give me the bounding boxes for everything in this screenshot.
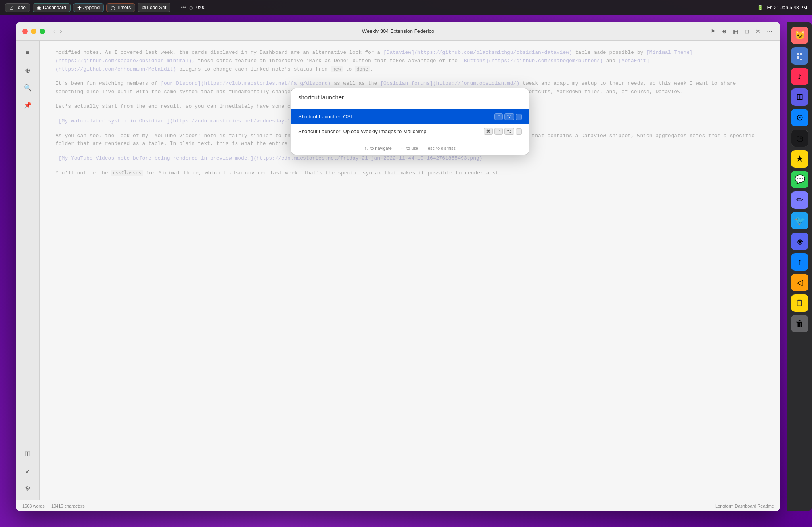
hint-navigate: ↑↓ to navigate — [364, 145, 392, 151]
right-sidebar-icon-music[interactable]: ♪ — [791, 68, 808, 85]
toolbar-button-dashboard[interactable]: ◉ Dashboard — [33, 3, 71, 12]
minimize-button[interactable] — [31, 29, 36, 34]
layout-icon[interactable]: ▦ — [732, 27, 740, 36]
timers-icon: ◷ — [111, 5, 115, 11]
main-window: ‹ › Weekly 304 Extension Federico ⚑ ⊕ ▦ … — [16, 22, 780, 511]
right-sidebar-icon-appstore[interactable] — [791, 47, 808, 65]
right-sidebar-icon-discord[interactable]: ◈ — [791, 233, 808, 250]
palette-item-0[interactable]: Shortcut Launcher: OSL ⌃ ⌥ I — [291, 109, 529, 124]
todo-icon: ☑ — [9, 5, 14, 11]
sidebar-left: ≡ ⊕ 🔍 📌 ◫ ↙ ⚙ — [16, 41, 40, 500]
close-button[interactable] — [22, 29, 28, 34]
todo-label: Todo — [15, 5, 26, 10]
titlebar: ‹ › Weekly 304 Extension Federico ⚑ ⊕ ▦ … — [16, 22, 780, 41]
palette-item-0-label: Shortcut Launcher: OSL — [298, 114, 353, 120]
hint-dismiss-label: to dismiss — [436, 146, 456, 151]
append-icon: ✚ — [77, 5, 82, 11]
shortcut-key-1-0: ⌘ — [484, 128, 493, 135]
sidebar-menu-icon[interactable]: ≡ — [21, 46, 35, 60]
plugin-name: Longform Dashboard Readme — [715, 504, 774, 508]
battery-icon: 🔋 — [757, 5, 763, 10]
word-count: 1663 words — [22, 504, 45, 508]
dataview-link[interactable]: [Dataview](https://github.com/blacksmith… — [383, 50, 572, 55]
content-area: modified notes. As I covered last week, … — [40, 41, 780, 500]
window-title: Weekly 304 Extension Federico — [362, 28, 435, 34]
char-count: 10416 characters — [51, 504, 85, 508]
right-sidebar-icon-back[interactable]: ◁ — [791, 274, 808, 291]
discord-link[interactable]: [our Discord](https://club.macstories.ne… — [161, 80, 331, 86]
palette-item-1-shortcut: ⌘ ⌃ ⌥ I — [484, 128, 522, 135]
hint-navigate-keys: ↑↓ — [364, 146, 369, 151]
palette-item-1[interactable]: Shortcut Launcher: Upload Weekly Images … — [291, 124, 529, 139]
right-sidebar: 🐱 ♪ ⊞ ⊙ ◷ ★ 💬 ✏ 🐦 ◈ ↑ ◁ 🗒 🗑 — [787, 22, 812, 511]
menubar: ☑ Todo ◉ Dashboard ✚ Append ◷ Timers ⧉ L… — [0, 0, 812, 15]
buttons-link[interactable]: [Buttons](https://github.com/shabegom/bu… — [461, 58, 603, 64]
status-bar: 1663 words 10416 characters Longform Das… — [16, 500, 780, 511]
right-sidebar-icon-face[interactable]: 🐱 — [791, 27, 808, 44]
back-button[interactable]: ‹ — [52, 27, 57, 36]
shortcut-key-0-2: I — [516, 114, 522, 120]
hint-use: ↵ to use — [401, 145, 418, 151]
palette-item-1-label: Shortcut Launcher: Upload Weekly Images … — [298, 128, 426, 134]
hint-navigate-label: to navigate — [370, 146, 392, 151]
maximize-button[interactable] — [40, 29, 45, 34]
editor-paragraph-1: modified notes. As I covered last week, … — [56, 49, 764, 73]
menubar-date: Fri 21 Jan 5:48 PM — [767, 5, 807, 10]
right-sidebar-icon-twitter[interactable]: 🐦 — [791, 212, 808, 229]
toolbar-button-loadset[interactable]: ⧉ Load Set — [138, 3, 170, 12]
sidebar-graph-icon[interactable]: ↙ — [21, 464, 35, 478]
sidebar-star-icon[interactable]: 📌 — [21, 98, 35, 112]
forward-button[interactable]: › — [58, 27, 63, 36]
titlebar-actions: ⚑ ⊕ ▦ ⊡ ✕ ⋯ — [709, 27, 774, 36]
pin-icon[interactable]: ⚑ — [709, 27, 717, 36]
right-sidebar-icon-pen[interactable]: ✏ — [791, 191, 808, 209]
sidebar-search-icon[interactable]: 🔍 — [21, 80, 35, 95]
shortcut-key-1-2: ⌥ — [504, 128, 514, 135]
window-controls — [22, 29, 45, 34]
hint-use-label: to use — [406, 146, 418, 151]
palette-search-input[interactable] — [298, 94, 522, 101]
hint-use-keys: ↵ — [401, 145, 405, 151]
add-pane-icon[interactable]: ⊕ — [720, 27, 728, 36]
shortcut-key-0-0: ⌃ — [494, 113, 503, 120]
right-sidebar-icon-apps[interactable]: ⊞ — [791, 88, 808, 106]
right-sidebar-icon-notes[interactable]: 🗒 — [791, 294, 808, 312]
sidebar-new-note-icon[interactable]: ⊕ — [21, 63, 35, 77]
obsidian-forums-link[interactable]: [Obsidian forums](https://forum.obsidian… — [380, 80, 519, 86]
palette-item-0-shortcut: ⌃ ⌥ I — [494, 113, 522, 120]
right-sidebar-icon-trash[interactable]: 🗑 — [791, 315, 808, 332]
close-icon[interactable]: ✕ — [754, 27, 762, 36]
editor-paragraph-5: You'll notice the cssClasses for Minimal… — [56, 169, 764, 178]
menubar-time: 0:00 — [196, 5, 205, 10]
editor-image-link-2: ![My YouTube Videos note before being re… — [56, 155, 764, 163]
toolbar-button-append[interactable]: ✚ Append — [73, 3, 104, 12]
right-sidebar-icon-star[interactable]: ★ — [791, 150, 808, 168]
shortcut-key-1-3: I — [516, 128, 522, 135]
loadset-icon: ⧉ — [142, 4, 146, 11]
sidebar-toggle-icon[interactable]: ⊡ — [743, 27, 751, 36]
dashboard-icon: ◉ — [37, 5, 41, 11]
dashboard-label: Dashboard — [43, 5, 66, 10]
toolbar-button-timers[interactable]: ◷ Timers — [106, 3, 135, 12]
right-sidebar-icon-arrow[interactable]: ↑ — [791, 253, 808, 271]
palette-input-wrapper — [291, 88, 529, 107]
palette-results: Shortcut Launcher: OSL ⌃ ⌥ I Shortcut La… — [291, 107, 529, 141]
hint-dismiss: esc to dismiss — [428, 145, 456, 151]
right-sidebar-icon-safari[interactable]: ⊙ — [791, 109, 808, 126]
image-link-2[interactable]: ![My YouTube Videos note before being re… — [56, 155, 483, 161]
app-body: ≡ ⊕ 🔍 📌 ◫ ↙ ⚙ modified notes. As I cover… — [16, 41, 780, 500]
loadset-label: Load Set — [147, 5, 166, 10]
shortcut-key-1-1: ⌃ — [494, 128, 503, 135]
menubar-left: ☑ Todo ◉ Dashboard ✚ Append ◷ Timers ⧉ L… — [5, 3, 754, 12]
right-sidebar-icon-timer[interactable]: ◷ — [791, 130, 808, 147]
command-palette: Shortcut Launcher: OSL ⌃ ⌥ I Shortcut La… — [291, 88, 529, 155]
dots-menu[interactable]: ••• — [181, 5, 186, 10]
sidebar-files-icon[interactable]: ◫ — [21, 446, 35, 460]
right-sidebar-icon-message[interactable]: 💬 — [791, 171, 808, 188]
palette-hints: ↑↓ to navigate ↵ to use esc to dismiss — [291, 141, 529, 155]
toolbar-button-todo[interactable]: ☑ Todo — [5, 3, 30, 12]
more-icon[interactable]: ⋯ — [765, 27, 774, 36]
sidebar-settings-icon[interactable]: ⚙ — [21, 481, 35, 495]
nav-arrows: ‹ › — [52, 27, 64, 36]
shortcut-key-0-1: ⌥ — [504, 113, 514, 120]
